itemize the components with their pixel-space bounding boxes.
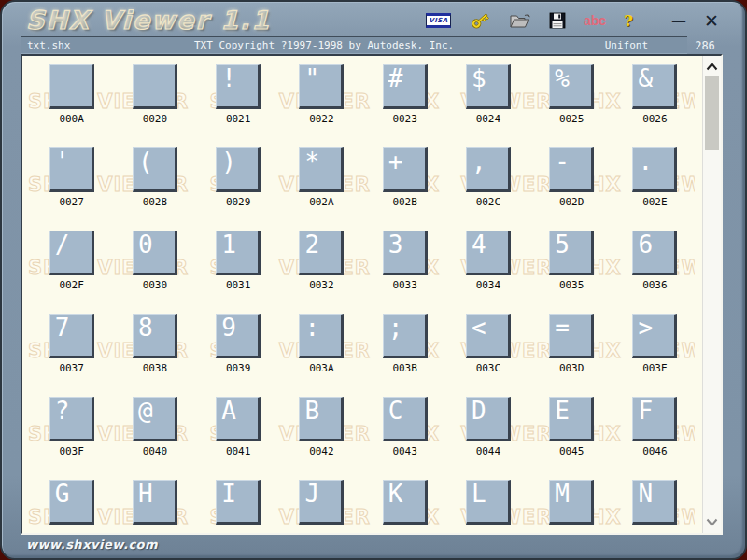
glyph-tile[interactable]: 9 <box>216 314 261 358</box>
glyph-tile[interactable]: I <box>216 480 261 525</box>
website-link[interactable]: www.shxview.com <box>26 538 158 552</box>
glyph-tile[interactable]: ( <box>133 147 177 192</box>
glyph-tile[interactable]: ; <box>383 314 428 358</box>
glyph-tile[interactable]: 1 <box>216 231 261 275</box>
glyph-tile[interactable]: 2 <box>299 231 344 275</box>
scroll-down-button[interactable] <box>703 514 721 529</box>
glyph-tile[interactable]: + <box>383 147 428 192</box>
glyph-char: 6 <box>638 230 653 260</box>
glyph-tile[interactable]: F <box>632 397 677 441</box>
glyph-code: 0040 <box>143 446 168 456</box>
license-key-button[interactable] <box>469 10 491 31</box>
glyph-cell: 10031 <box>197 231 280 314</box>
glyph-cell: 70037 <box>30 314 113 397</box>
glyph-tile[interactable]: < <box>466 314 511 358</box>
help-button[interactable]: ? <box>624 13 633 29</box>
register-button[interactable]: VISA <box>426 13 451 28</box>
glyph-tile[interactable]: , <box>466 147 511 192</box>
glyph-tile[interactable]: # <box>383 64 428 109</box>
glyph-tile[interactable]: : <box>299 314 344 358</box>
glyph-tile[interactable]: C <box>383 397 428 441</box>
glyph-tile[interactable]: 6 <box>632 231 677 275</box>
glyph-code: 0043 <box>392 446 417 456</box>
glyph-tile[interactable]: 7 <box>49 314 94 358</box>
glyph-cell: *002A <box>280 147 363 231</box>
glyph-code: 0044 <box>476 446 501 456</box>
glyph-cell: +002B <box>363 147 446 231</box>
title-bar: SHX Viewer 1.1 VISA <box>2 2 745 36</box>
glyph-tile[interactable]: D <box>466 397 511 441</box>
glyph-code: 0021 <box>226 114 251 124</box>
glyph-code: 0030 <box>143 280 168 290</box>
glyph-cell: 20032 <box>280 231 363 314</box>
glyph-tile[interactable]: @ <box>133 397 177 441</box>
glyph-tile[interactable]: * <box>299 147 344 192</box>
save-floppy-icon <box>549 12 566 29</box>
scrollbar-thumb[interactable] <box>705 76 719 150</box>
glyph-tile[interactable]: & <box>632 64 677 109</box>
glyph-tile[interactable]: 5 <box>549 231 594 275</box>
glyph-tile[interactable]: N <box>632 480 677 525</box>
glyph-tile[interactable]: B <box>299 397 344 441</box>
toolbar: VISA <box>426 10 719 31</box>
glyph-char: $ <box>472 64 486 94</box>
minimize-button[interactable]: — <box>671 13 686 28</box>
vertical-scrollbar[interactable] <box>702 56 721 533</box>
glyph-code: 0026 <box>642 114 668 124</box>
close-button[interactable]: ✕ <box>704 12 719 30</box>
glyph-tile[interactable]: $ <box>466 64 511 109</box>
glyph-code: 0038 <box>143 363 168 373</box>
glyph-tile[interactable]: ? <box>49 397 94 441</box>
glyph-tile[interactable]: 0 <box>133 231 177 275</box>
glyph-tile[interactable]: J <box>299 480 344 525</box>
glyph-tile[interactable]: M <box>549 480 594 525</box>
abc-sample-button[interactable]: abc <box>584 14 606 27</box>
font-name-label: Unifont <box>605 39 648 51</box>
glyph-tile[interactable]: > <box>632 314 677 358</box>
glyph-cell: A0041 <box>197 397 280 480</box>
glyph-tile[interactable]: 8 <box>133 314 177 358</box>
glyph-tile[interactable]: ! <box>216 64 261 109</box>
glyph-tile[interactable]: ) <box>216 147 261 192</box>
glyph-tile[interactable]: 4 <box>466 231 511 275</box>
glyph-cell: D0044 <box>446 397 529 480</box>
status-bar: txt.shx TXT Copyright ?1997-1998 by Auto… <box>21 36 687 54</box>
glyph-char: . <box>638 147 653 177</box>
glyph-tile[interactable]: E <box>549 397 594 441</box>
glyph-tile[interactable]: A <box>216 397 261 441</box>
glyph-code: 003C <box>476 363 501 373</box>
glyph-char: L <box>472 479 486 510</box>
glyph-char: A <box>221 396 236 427</box>
scroll-up-button[interactable] <box>703 59 721 74</box>
glyph-tile[interactable]: " <box>299 64 344 109</box>
glyph-tile[interactable] <box>133 64 177 109</box>
glyph-cell: #0023 <box>363 64 446 147</box>
glyph-tile[interactable]: G <box>49 480 94 525</box>
glyph-cell: 00030 <box>113 231 196 314</box>
glyph-char: & <box>638 64 653 94</box>
glyph-code: 0031 <box>226 280 251 290</box>
glyph-char: ( <box>138 147 153 177</box>
open-file-button[interactable] <box>509 11 531 30</box>
glyph-tile[interactable]: K <box>383 480 428 525</box>
glyph-tile[interactable] <box>49 64 94 109</box>
visa-card-icon: VISA <box>426 13 451 28</box>
glyph-cell: ?003F <box>30 397 113 480</box>
glyph-tile[interactable]: = <box>549 314 594 358</box>
glyph-tile[interactable]: L <box>466 480 511 525</box>
glyph-tile[interactable]: % <box>549 64 594 109</box>
font-copyright-info: TXT Copyright ?1997-1998 by Autodesk, In… <box>194 39 605 51</box>
glyph-cell: F0046 <box>613 397 697 480</box>
glyph-cell: ,002C <box>446 147 529 231</box>
glyph-tile[interactable]: . <box>632 147 677 192</box>
glyph-tile[interactable]: 3 <box>383 231 428 275</box>
glyph-char: / <box>55 230 70 260</box>
glyph-code: 0028 <box>143 197 168 207</box>
glyph-tile[interactable]: / <box>49 231 94 275</box>
glyph-tile[interactable]: - <box>549 147 594 192</box>
glyph-code: 0034 <box>476 280 501 290</box>
glyph-char: 8 <box>138 313 153 343</box>
glyph-tile[interactable]: H <box>133 480 177 525</box>
glyph-tile[interactable]: ' <box>49 147 94 192</box>
save-button[interactable] <box>549 12 566 29</box>
